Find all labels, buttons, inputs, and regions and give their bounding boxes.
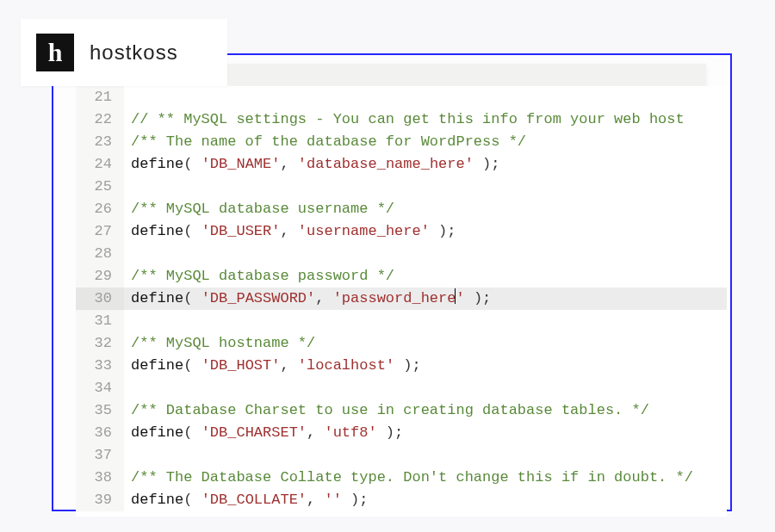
- line-content[interactable]: define( 'DB_COLLATE', '' );: [124, 489, 727, 511]
- line-number: 28: [76, 243, 124, 265]
- code-line[interactable]: 21: [76, 86, 727, 108]
- line-number: 23: [76, 131, 124, 153]
- line-content[interactable]: define( 'DB_PASSWORD', 'password_here' )…: [124, 288, 727, 310]
- line-number: 36: [76, 422, 124, 444]
- line-number: 26: [76, 198, 124, 220]
- line-content[interactable]: /** Database Charset to use in creating …: [124, 399, 727, 422]
- code-editor[interactable]: 2122// ** MySQL settings - You can get t…: [76, 86, 727, 517]
- token-string: 'DB_PASSWORD': [202, 290, 316, 306]
- token-comment: /** The Database Collate type. Don't cha…: [131, 469, 693, 486]
- code-line[interactable]: 39define( 'DB_COLLATE', '' );: [76, 489, 727, 511]
- line-content[interactable]: define( 'DB_NAME', 'database_name_here' …: [124, 153, 727, 176]
- code-line[interactable]: 24define( 'DB_NAME', 'database_name_here…: [76, 153, 727, 176]
- line-number: 32: [76, 332, 124, 355]
- token-punct: (: [183, 290, 201, 306]
- token-punct: (: [183, 492, 201, 508]
- brand-name: hostkoss: [90, 40, 178, 65]
- token-string: 'DB_HOST': [202, 357, 281, 374]
- line-number: 34: [76, 377, 124, 399]
- token-string: 'localhost': [298, 357, 394, 374]
- token-string: 'utf8': [324, 424, 376, 441]
- token-punct: );: [377, 424, 404, 441]
- line-content[interactable]: // ** MySQL settings - You can get this …: [124, 108, 727, 131]
- line-number: 30: [76, 288, 124, 310]
- line-content[interactable]: /** MySQL database username */: [124, 198, 727, 220]
- line-content[interactable]: /** MySQL database password */: [124, 265, 727, 288]
- code-line[interactable]: 28: [76, 243, 727, 265]
- token-string: 'DB_NAME': [202, 156, 281, 172]
- code-line[interactable]: 22// ** MySQL settings - You can get thi…: [76, 108, 727, 131]
- token-func: define: [131, 424, 183, 441]
- code-line[interactable]: 33define( 'DB_HOST', 'localhost' );: [76, 355, 727, 377]
- token-func: define: [131, 290, 183, 306]
- token-punct: (: [183, 357, 201, 374]
- token-func: define: [131, 357, 183, 374]
- line-content[interactable]: define( 'DB_USER', 'username_here' );: [124, 220, 727, 243]
- code-line[interactable]: 27define( 'DB_USER', 'username_here' );: [76, 220, 727, 243]
- code-line[interactable]: 29/** MySQL database password */: [76, 265, 727, 288]
- line-content[interactable]: [124, 176, 727, 198]
- code-line[interactable]: 38/** The Database Collate type. Don't c…: [76, 467, 727, 489]
- line-content[interactable]: define( 'DB_CHARSET', 'utf8' );: [124, 422, 727, 444]
- line-number: 37: [76, 444, 124, 467]
- line-number: 21: [76, 86, 124, 108]
- token-string: 'password_here: [333, 290, 456, 306]
- token-comment: /** MySQL database password */: [131, 268, 394, 284]
- token-punct: );: [394, 357, 421, 374]
- line-number: 39: [76, 489, 124, 511]
- line-content[interactable]: /** The name of the database for WordPre…: [124, 131, 727, 153]
- code-line[interactable]: 32/** MySQL hostname */: [76, 332, 727, 355]
- line-content[interactable]: [124, 377, 727, 399]
- token-string: 'DB_CHARSET': [202, 424, 307, 441]
- line-content[interactable]: [124, 444, 727, 467]
- token-punct: (: [183, 156, 201, 172]
- line-number: 35: [76, 399, 124, 422]
- code-line[interactable]: 31: [76, 310, 727, 332]
- token-string: 'database_name_here': [298, 156, 474, 172]
- line-content[interactable]: [124, 86, 727, 108]
- token-string: ': [456, 290, 464, 306]
- line-number: 38: [76, 467, 124, 489]
- line-number: 33: [76, 355, 124, 377]
- brand-logo-letter: h: [48, 38, 63, 67]
- token-comment: /** The name of the database for WordPre…: [131, 133, 526, 150]
- brand-card: h hostkoss: [21, 19, 227, 86]
- line-number: 24: [76, 153, 124, 176]
- code-line[interactable]: 36define( 'DB_CHARSET', 'utf8' );: [76, 422, 727, 444]
- token-punct: ,: [280, 156, 297, 172]
- code-line[interactable]: 25: [76, 176, 727, 198]
- brand-logo: h: [36, 34, 74, 71]
- token-punct: ,: [280, 357, 297, 374]
- code-line[interactable]: 37: [76, 444, 727, 467]
- line-number: 31: [76, 310, 124, 332]
- code-line[interactable]: 30define( 'DB_PASSWORD', 'password_here'…: [76, 288, 727, 310]
- token-func: define: [131, 492, 183, 508]
- token-func: define: [131, 223, 183, 239]
- code-line[interactable]: 34: [76, 377, 727, 399]
- line-number: 22: [76, 108, 124, 131]
- token-string: 'DB_USER': [202, 223, 281, 239]
- token-punct: ,: [315, 290, 332, 306]
- token-punct: );: [342, 492, 369, 508]
- token-punct: (: [183, 223, 201, 239]
- token-string: 'DB_COLLATE': [202, 492, 307, 508]
- code-line[interactable]: 26/** MySQL database username */: [76, 198, 727, 220]
- line-number: 27: [76, 220, 124, 243]
- token-punct: );: [430, 223, 456, 239]
- token-comment: // ** MySQL settings - You can get this …: [131, 111, 693, 127]
- token-string: '': [324, 492, 341, 508]
- token-comment: /** MySQL hostname */: [131, 335, 315, 351]
- line-content[interactable]: /** The Database Collate type. Don't cha…: [124, 467, 727, 489]
- token-punct: ,: [280, 223, 297, 239]
- line-content[interactable]: define( 'DB_HOST', 'localhost' );: [124, 355, 727, 377]
- token-comment: /** Database Charset to use in creating …: [131, 402, 649, 418]
- token-punct: (: [183, 424, 201, 441]
- token-func: define: [131, 156, 183, 172]
- token-punct: ,: [307, 424, 324, 441]
- code-line[interactable]: 35/** Database Charset to use in creatin…: [76, 399, 727, 422]
- line-number: 29: [76, 265, 124, 288]
- line-content[interactable]: [124, 243, 727, 265]
- line-content[interactable]: /** MySQL hostname */: [124, 332, 727, 355]
- code-line[interactable]: 23/** The name of the database for WordP…: [76, 131, 727, 153]
- line-content[interactable]: [124, 310, 727, 332]
